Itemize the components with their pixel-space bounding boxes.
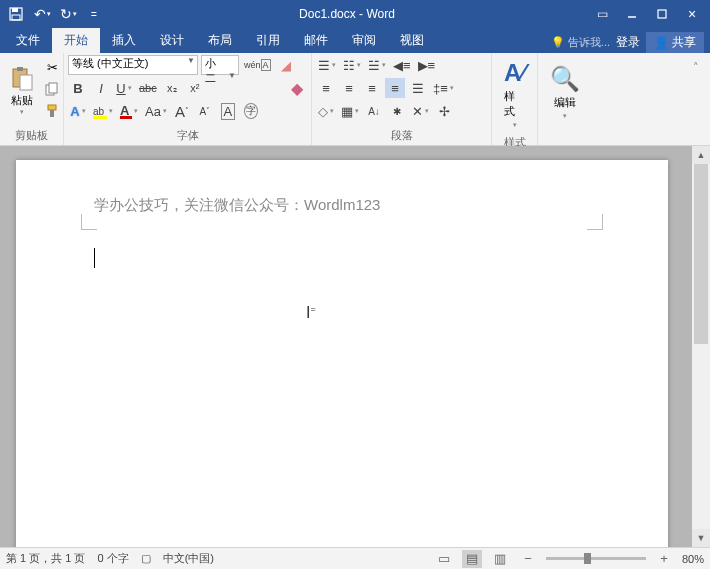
svg-rect-1 <box>12 8 18 12</box>
paste-button[interactable]: 粘贴 ▾ <box>4 63 40 118</box>
change-case-button[interactable]: A <box>218 101 238 121</box>
phonetic-guide-button[interactable]: wénA <box>242 55 273 75</box>
close-button[interactable]: × <box>678 2 706 26</box>
status-page[interactable]: 第 1 页，共 1 页 <box>6 551 85 566</box>
line-spacing-button[interactable]: ‡≡▾ <box>431 78 456 98</box>
status-words[interactable]: 0 个字 <box>97 551 128 566</box>
char-scale-button[interactable]: Aa▾ <box>143 101 169 121</box>
tab-design[interactable]: 设计 <box>148 28 196 53</box>
editing-button[interactable]: 🔍 编辑 ▾ <box>542 55 588 129</box>
distribute-button[interactable]: ☰ <box>408 78 428 98</box>
font-name-select[interactable]: 等线 (中文正文)▼ <box>68 55 198 75</box>
align-center-icon: ≡ <box>345 81 353 96</box>
align-left-button[interactable]: ≡ <box>316 78 336 98</box>
group-font: 等线 (中文正文)▼ 小二▼ wénA ◢ B I U▾ abc x₂ x² ◆… <box>64 53 312 145</box>
underline-button[interactable]: U▾ <box>114 78 134 98</box>
distribute-icon: ☰ <box>412 81 424 96</box>
quick-access-toolbar: ↶▾ ↻▾ = <box>4 2 106 26</box>
qat-customize[interactable]: = <box>82 2 106 26</box>
highlight-button[interactable]: ab▾ <box>91 101 115 121</box>
minimize-button[interactable] <box>618 2 646 26</box>
text-effects-button[interactable]: A▾ <box>68 101 88 121</box>
ribbon-options-icon[interactable]: ▭ <box>588 2 616 26</box>
enclosed-char-button[interactable]: 字 <box>241 101 261 121</box>
scroll-up-button[interactable]: ▲ <box>692 146 710 164</box>
copy-button[interactable] <box>42 79 62 99</box>
show-marks-button[interactable]: ✱ <box>387 101 407 121</box>
collapse-ribbon-button[interactable]: ˄ <box>686 57 706 77</box>
styles-button[interactable]: A⁄ 样式 ▾ <box>496 55 533 133</box>
superscript-button[interactable]: x² <box>185 78 205 98</box>
tab-layout[interactable]: 布局 <box>196 28 244 53</box>
eraser-button[interactable]: ◆ <box>287 78 307 98</box>
view-web-button[interactable]: ▥ <box>490 550 510 568</box>
bullets-button[interactable]: ☰▾ <box>316 55 338 75</box>
pilcrow-icon: ✢ <box>439 104 450 119</box>
paragraph-marks-button[interactable]: ✢ <box>434 101 454 121</box>
view-read-button[interactable]: ▭ <box>434 550 454 568</box>
margin-corner <box>81 214 97 230</box>
cut-button[interactable]: ✂ <box>42 57 62 77</box>
text-direction-button[interactable]: ✕▾ <box>410 101 431 121</box>
page-header-text[interactable]: 学办公技巧，关注微信公众号：Wordlm123 <box>94 196 590 215</box>
share-button[interactable]: 👤共享 <box>646 32 704 53</box>
tab-file[interactable]: 文件 <box>4 28 52 53</box>
borders-button[interactable]: ▦▾ <box>339 101 361 121</box>
redo-button[interactable]: ↻▾ <box>56 2 80 26</box>
italic-button[interactable]: I <box>91 78 111 98</box>
bold-button[interactable]: B <box>68 78 88 98</box>
font-size-select[interactable]: 小二▼ <box>201 55 239 75</box>
paint-bucket-icon: ◇ <box>318 104 328 119</box>
tab-home[interactable]: 开始 <box>52 28 100 53</box>
tab-insert[interactable]: 插入 <box>100 28 148 53</box>
zoom-out-button[interactable]: − <box>518 550 538 568</box>
indent-icon: ▶≡ <box>418 58 436 73</box>
status-proofing-icon[interactable]: ▢ <box>141 552 151 565</box>
tab-references[interactable]: 引用 <box>244 28 292 53</box>
justify-button[interactable]: ≡ <box>385 78 405 98</box>
undo-button[interactable]: ↶▾ <box>30 2 54 26</box>
clear-formatting-button[interactable]: ◢ <box>276 55 296 75</box>
numbering-button[interactable]: ☷▾ <box>341 55 363 75</box>
titlebar: ↶▾ ↻▾ = Doc1.docx - Word ▭ × <box>0 0 710 28</box>
login-button[interactable]: 登录 <box>616 34 640 51</box>
scroll-track[interactable] <box>692 164 710 529</box>
document-scroll[interactable]: 学办公技巧，关注微信公众号：Wordlm123 I= <box>0 146 692 547</box>
subscript-button[interactable]: x₂ <box>162 78 182 98</box>
group-label: 段落 <box>316 126 487 145</box>
document-area: 学办公技巧，关注微信公众号：Wordlm123 I= ▲ ▼ <box>0 146 710 547</box>
zoom-thumb[interactable] <box>584 553 591 564</box>
tell-me-search[interactable]: 💡告诉我... <box>551 35 610 50</box>
increase-indent-button[interactable]: ▶≡ <box>416 55 438 75</box>
eraser-icon: ◢ <box>281 58 291 73</box>
maximize-button[interactable] <box>648 2 676 26</box>
font-color-button[interactable]: A▾ <box>118 101 140 121</box>
zoom-level[interactable]: 80% <box>682 553 704 565</box>
multilevel-button[interactable]: ☱▾ <box>366 55 388 75</box>
grow-font-button[interactable]: A˄ <box>172 101 192 121</box>
tab-view[interactable]: 视图 <box>388 28 436 53</box>
share-icon: 👤 <box>654 36 669 50</box>
align-center-button[interactable]: ≡ <box>339 78 359 98</box>
tab-review[interactable]: 审阅 <box>340 28 388 53</box>
zoom-in-button[interactable]: + <box>654 550 674 568</box>
vertical-scrollbar[interactable]: ▲ ▼ <box>692 146 710 547</box>
shading-button[interactable]: ◇▾ <box>316 101 336 121</box>
sort-button[interactable]: A↓ <box>364 101 384 121</box>
zoom-slider[interactable] <box>546 557 646 560</box>
chevron-down-icon: ▼ <box>187 56 195 65</box>
align-right-button[interactable]: ≡ <box>362 78 382 98</box>
strikethrough-button[interactable]: abc <box>137 78 159 98</box>
shrink-font-button[interactable]: A˅ <box>195 101 215 121</box>
decrease-indent-button[interactable]: ◀≡ <box>391 55 413 75</box>
save-button[interactable] <box>4 2 28 26</box>
pilcrow-icon: ✱ <box>393 106 401 117</box>
status-language[interactable]: 中文(中国) <box>163 551 214 566</box>
scroll-down-button[interactable]: ▼ <box>692 529 710 547</box>
svg-rect-6 <box>17 67 23 71</box>
page[interactable]: 学办公技巧，关注微信公众号：Wordlm123 I= <box>16 160 668 547</box>
format-painter-button[interactable] <box>42 101 62 121</box>
tab-mailings[interactable]: 邮件 <box>292 28 340 53</box>
scroll-thumb[interactable] <box>694 164 708 344</box>
view-print-button[interactable]: ▤ <box>462 550 482 568</box>
